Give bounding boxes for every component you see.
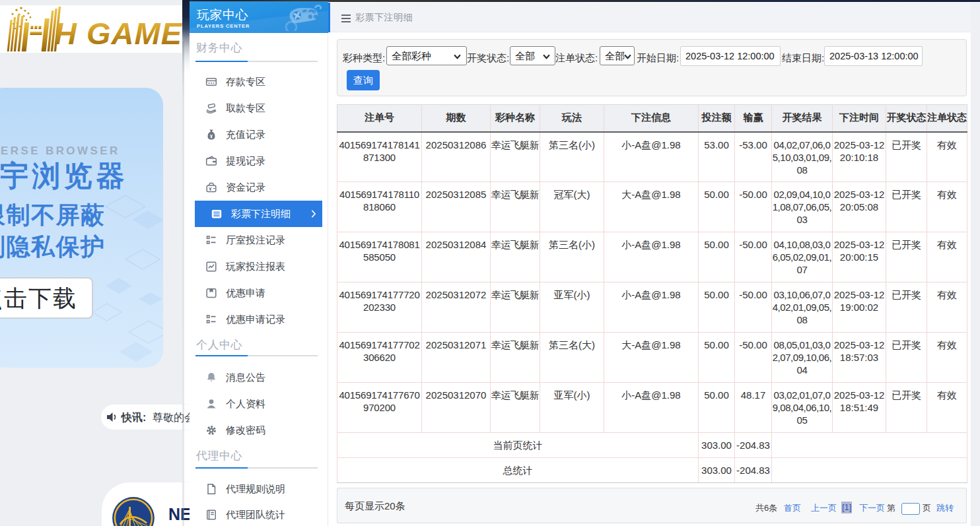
svg-text:H GAME: H GAME (54, 16, 183, 51)
